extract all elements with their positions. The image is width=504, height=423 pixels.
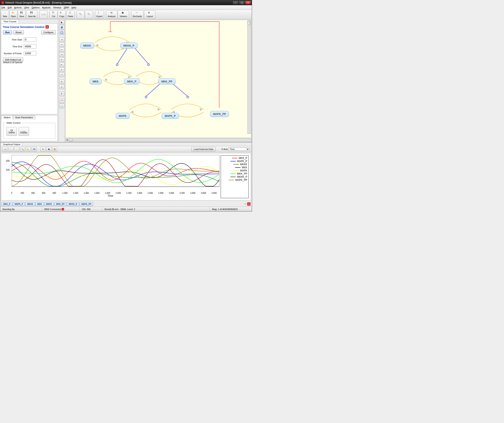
node-mkk[interactable]: MKK: [90, 78, 102, 84]
species-button-mapk_pp[interactable]: MAPK_PP: [79, 202, 93, 206]
drawing-canvas[interactable]: MKKK MKKK_P MKK MKK_P MKK_PP MAPK MAPK_P…: [65, 20, 251, 138]
compartment-tool[interactable]: [59, 30, 64, 35]
node-mkkk[interactable]: MKKK: [80, 42, 94, 49]
maximize-button[interactable]: ▢: [239, 1, 245, 5]
menu-help[interactable]: Help: [72, 6, 76, 9]
uni-uni-tool[interactable]: [59, 37, 64, 42]
menu-file[interactable]: File: [1, 6, 5, 9]
svg-point-6: [61, 105, 61, 106]
time-start-input[interactable]: [24, 37, 36, 42]
species-button-mkkk[interactable]: MKKK: [25, 202, 35, 206]
save-button[interactable]: 💾Save: [18, 10, 26, 19]
stochastic-button[interactable]: 〰Stochastic: [131, 10, 144, 19]
graph-palette-button[interactable]: 🎨: [52, 147, 57, 151]
edit-output-button[interactable]: Edit Output List: [3, 58, 23, 62]
species-button-mkk[interactable]: MKK: [36, 202, 44, 206]
graph-print-button[interactable]: 🖶: [46, 147, 51, 151]
copy-button[interactable]: ⎘Copy: [58, 10, 66, 19]
viewers-icon: ▦: [122, 12, 125, 15]
pointer-tool[interactable]: [59, 20, 64, 25]
svg-rect-5: [62, 100, 63, 101]
menu-actions[interactable]: Actions: [14, 6, 22, 9]
graph-3d-button[interactable]: 3D: [32, 147, 37, 151]
species-button-mapk[interactable]: MAPK: [44, 202, 54, 206]
menu-viewers[interactable]: Viewers: [53, 6, 61, 9]
tab-timecourse[interactable]: Time Course: [1, 19, 19, 23]
text-tool[interactable]: T: [59, 92, 64, 96]
reaction-tool-8[interactable]: [59, 72, 64, 77]
tab-graphical-output[interactable]: Graphical Output: [1, 142, 22, 146]
time-end-input[interactable]: [24, 44, 36, 49]
run-button[interactable]: Run: [3, 30, 12, 35]
species-button-mkkk_p[interactable]: MKKK_P: [67, 202, 79, 206]
tab-sliders[interactable]: Sliders: [1, 115, 13, 119]
configure-button[interactable]: Configure: [41, 30, 56, 35]
graph-ruler-button[interactable]: ⤢: [14, 147, 19, 151]
npoints-input[interactable]: [24, 51, 36, 55]
graph-zoom-button[interactable]: 🔍: [20, 147, 25, 151]
node-mapk[interactable]: MAPK: [116, 113, 130, 119]
graph-select-tool[interactable]: ▭: [2, 147, 7, 151]
xaxis-select[interactable]: Time: [229, 147, 250, 151]
menu-edit[interactable]: Edit: [8, 6, 12, 9]
species-tool[interactable]: [59, 25, 64, 30]
zoom-out-icon: 🔍: [87, 13, 91, 16]
layout-button[interactable]: ⚙Layout: [144, 10, 155, 19]
cut-button[interactable]: ✂️Cut: [49, 10, 57, 19]
viewers-button[interactable]: ▦Viewers: [118, 10, 129, 19]
graph-axes-button[interactable]: 📐: [26, 147, 31, 151]
undo-button[interactable]: undo: [39, 10, 47, 19]
zoom-out-button[interactable]: 🔍: [85, 10, 93, 19]
node-mkk-p[interactable]: MKK_P: [124, 78, 139, 84]
display-button[interactable]: ⎯⎯Display: [18, 127, 29, 136]
export-button[interactable]: ⤴Export: [95, 10, 104, 19]
species-button-mkk_p[interactable]: MKK_P: [1, 202, 12, 206]
svg-point-1: [62, 26, 63, 28]
grid-tool[interactable]: [59, 104, 64, 108]
graph-refresh-button[interactable]: ↻: [8, 147, 13, 151]
window-close-button[interactable]: ✕: [245, 1, 251, 5]
paste-button[interactable]: 📋Paste: [66, 10, 75, 19]
modifier-tool-1[interactable]: [59, 79, 64, 84]
zoom-in-button[interactable]: 🔍: [77, 10, 84, 19]
app-icon: [1, 1, 4, 4]
status-sbw: SBW Connected: [42, 207, 79, 211]
tri-uni-tool[interactable]: [59, 62, 64, 67]
menu-view[interactable]: View: [24, 6, 29, 9]
menu-options[interactable]: Options: [31, 6, 39, 9]
menu-analysis[interactable]: Analysis: [42, 6, 51, 9]
save-as-button[interactable]: 💾Save As: [26, 10, 37, 19]
canvas-vscroll[interactable]: [247, 20, 251, 134]
species-button-mkk_pp[interactable]: MKK_PP: [54, 202, 67, 206]
reset-button[interactable]: Reset: [13, 30, 24, 35]
align-tool[interactable]: [59, 99, 64, 103]
canvas-hscroll[interactable]: ◂: [65, 138, 251, 142]
node-mkk-pp[interactable]: MKK_PP: [158, 78, 176, 84]
node-mkkk-p[interactable]: MKKK_P: [120, 42, 138, 49]
minimize-button[interactable]: —: [233, 1, 238, 5]
bi-bi-tool[interactable]: [59, 52, 64, 57]
menu-sbw[interactable]: SBW: [64, 6, 69, 9]
load-external-data-button[interactable]: Load External Data: [191, 147, 216, 151]
modifier-tool-2[interactable]: [59, 84, 64, 89]
bi-uni-tool[interactable]: [59, 47, 64, 52]
copy-icon: ⎘: [60, 12, 63, 15]
analysis-button[interactable]: √aAnalysis: [106, 10, 117, 19]
node-mapk-p[interactable]: MAPK_P: [162, 113, 179, 119]
uni-bi-tool[interactable]: [59, 42, 64, 47]
tab-scan-parameters[interactable]: Scan Parameters: [13, 115, 35, 119]
open-button[interactable]: 📂Open: [9, 10, 17, 19]
node-mapk-pp[interactable]: MAPK_PP: [210, 111, 229, 117]
layout-icon: ⚙: [148, 12, 151, 15]
species-button-mapk_p[interactable]: MAPK_P: [13, 202, 25, 206]
define-button[interactable]: ⟪⟫Define: [6, 127, 17, 136]
graph-edit-button[interactable]: ✎: [41, 147, 46, 151]
uni-tri-tool[interactable]: [59, 57, 64, 62]
timecourse-close-icon[interactable]: ✕: [46, 25, 49, 29]
collapse-icon[interactable]: ▽: [244, 203, 246, 206]
panel-close-icon[interactable]: ✕: [247, 202, 251, 206]
new-button[interactable]: 📄New: [1, 10, 9, 19]
default-note: Default is all Species: [3, 61, 56, 64]
time-end-label: Time End: [3, 45, 24, 48]
reaction-tool-7[interactable]: [59, 67, 64, 72]
